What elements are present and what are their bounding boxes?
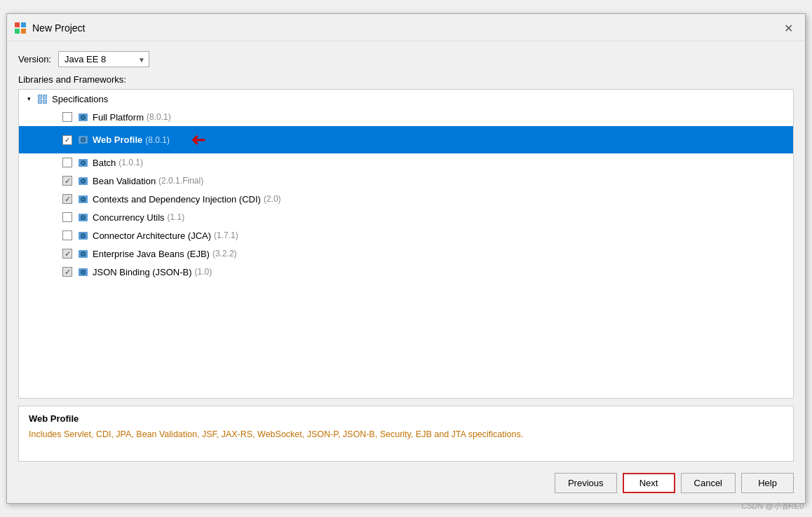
expand-icon: ▾ xyxy=(23,93,34,104)
item-full-platform-version: (8.0.1) xyxy=(147,112,171,122)
checkbox-web-profile[interactable]: ✓ xyxy=(62,135,72,145)
placeholder-icon xyxy=(50,111,61,123)
version-select[interactable]: Java EE 8 Jakarta EE 9 Jakarta EE 10 xyxy=(58,51,149,67)
lib-icon-jca xyxy=(76,230,89,241)
description-area: Web Profile Includes Servlet, CDI, JPA, … xyxy=(18,406,794,462)
checkbox-batch[interactable] xyxy=(62,158,72,167)
description-title: Web Profile xyxy=(29,413,783,424)
item-concurrency-name: Concurrency Utils xyxy=(93,212,165,223)
svg-rect-3 xyxy=(21,29,26,34)
tree-root-specifications[interactable]: ▾ Specifications xyxy=(19,90,793,108)
tree-item-full-platform[interactable]: Full Platform (8.0.1) xyxy=(19,108,793,126)
checkbox-cdi[interactable]: ✓ xyxy=(62,194,72,204)
app-icon xyxy=(14,22,27,34)
tree-container[interactable]: ▾ Specifications xyxy=(18,89,794,399)
checkbox-bean-validation[interactable]: ✓ xyxy=(62,176,72,186)
svg-point-23 xyxy=(81,179,84,182)
checkbox-ejb[interactable]: ✓ xyxy=(62,249,72,258)
placeholder-icon-jca xyxy=(50,230,61,241)
item-cdi-name: Contexts and Dependency Injection (CDI) xyxy=(93,194,261,205)
tree-item-cdi[interactable]: ✓ Contexts and Dependency Injection (CDI… xyxy=(19,190,793,208)
item-batch-version: (1.0.1) xyxy=(119,158,143,167)
placeholder-icon-cu xyxy=(50,212,61,223)
description-text: Includes Servlet, CDI, JPA, Bean Validat… xyxy=(29,428,783,441)
item-web-profile-name: Web Profile xyxy=(93,135,142,145)
tree-item-web-profile[interactable]: ✓ Web Profile (8.0.1) ➜ xyxy=(19,126,793,153)
red-arrow-icon: ➜ xyxy=(191,129,206,151)
lib-icon-concurrency xyxy=(76,212,89,223)
checkbox-concurrency[interactable] xyxy=(62,212,72,222)
lib-icon-full-platform xyxy=(76,111,89,123)
tree-item-ejb[interactable]: ✓ Enterprise Java Beans (EJB) (3.2.2) xyxy=(19,244,793,263)
svg-rect-8 xyxy=(39,95,41,98)
version-label: Version: xyxy=(18,54,51,64)
tree-item-jca[interactable]: Connector Architecture (JCA) (1.7.1) xyxy=(19,226,793,244)
help-button[interactable]: Help xyxy=(741,473,794,493)
item-full-platform-name: Full Platform xyxy=(93,112,144,123)
checkbox-full-platform[interactable] xyxy=(62,112,72,122)
tree-item-bean-validation[interactable]: ✓ Bean Validation (2.0.1.Final) xyxy=(19,172,793,190)
dialog-title: New Project xyxy=(32,22,85,34)
svg-rect-11 xyxy=(43,100,46,103)
cancel-button[interactable]: Cancel xyxy=(681,473,736,493)
svg-point-14 xyxy=(81,116,84,118)
svg-point-32 xyxy=(81,234,84,237)
item-batch-name: Batch xyxy=(93,158,116,168)
version-row: Version: Java EE 8 Jakarta EE 9 Jakarta … xyxy=(18,51,794,67)
item-web-profile-version: (8.0.1) xyxy=(145,135,170,145)
checkbox-jsonb[interactable]: ✓ xyxy=(62,267,72,277)
svg-rect-1 xyxy=(21,22,26,27)
lib-icon-batch xyxy=(76,157,89,168)
title-bar: New Project ✕ xyxy=(7,14,805,41)
svg-point-38 xyxy=(81,270,84,273)
svg-rect-2 xyxy=(15,29,20,34)
item-cdi-version: (2.0) xyxy=(264,194,281,204)
placeholder-icon-bv xyxy=(50,175,61,186)
item-jsonb-version: (1.0) xyxy=(195,267,212,277)
next-button[interactable]: Next xyxy=(623,473,675,493)
svg-point-35 xyxy=(81,252,84,255)
watermark: CSDN @小智RE0 xyxy=(741,501,804,511)
tree-item-batch[interactable]: Batch (1.0.1) xyxy=(19,153,793,172)
placeholder-icon-jsonb xyxy=(50,266,61,277)
lib-icon-jsonb xyxy=(76,266,89,277)
item-concurrency-version: (1.1) xyxy=(168,212,185,222)
button-row: Previous Next Cancel Help xyxy=(18,469,794,496)
previous-button[interactable]: Previous xyxy=(555,473,617,493)
spec-icon xyxy=(36,93,48,104)
content-area: Version: Java EE 8 Jakarta EE 9 Jakarta … xyxy=(7,41,805,503)
item-bean-validation-version: (2.0.1.Final) xyxy=(158,176,203,186)
item-ejb-name: Enterprise Java Beans (EJB) xyxy=(93,249,210,259)
svg-point-26 xyxy=(81,198,84,200)
checkbox-jca[interactable] xyxy=(62,230,72,240)
lib-icon-bean-validation xyxy=(76,175,89,186)
close-button[interactable]: ✕ xyxy=(780,20,797,36)
tree-item-concurrency[interactable]: Concurrency Utils (1.1) xyxy=(19,208,793,226)
new-project-dialog: New Project ✕ Version: Java EE 8 Jakarta… xyxy=(6,13,806,504)
svg-point-20 xyxy=(81,161,84,164)
placeholder-icon-b xyxy=(50,157,61,168)
svg-point-17 xyxy=(81,139,84,142)
svg-rect-9 xyxy=(43,95,46,98)
item-jca-name: Connector Architecture (JCA) xyxy=(93,230,211,241)
title-bar-left: New Project xyxy=(14,22,85,34)
item-jca-version: (1.7.1) xyxy=(214,230,238,240)
lib-icon-cdi xyxy=(76,193,89,205)
version-select-wrapper: Java EE 8 Jakarta EE 9 Jakarta EE 10 ▼ xyxy=(58,51,149,67)
libraries-label: Libraries and Frameworks: xyxy=(18,74,794,85)
placeholder-icon-cdi xyxy=(50,193,61,205)
svg-rect-10 xyxy=(39,100,41,103)
item-jsonb-name: JSON Binding (JSON-B) xyxy=(93,267,192,277)
svg-rect-0 xyxy=(15,22,20,27)
svg-point-29 xyxy=(81,216,84,219)
placeholder-icon-ejb xyxy=(50,248,61,259)
root-label: Specifications xyxy=(52,94,108,104)
lib-icon-ejb xyxy=(76,248,89,259)
placeholder-icon-wp xyxy=(50,135,61,146)
tree-item-jsonb[interactable]: ✓ JSON Binding (JSON-B) (1.0) xyxy=(19,263,793,281)
item-ejb-version: (3.2.2) xyxy=(212,249,237,258)
item-bean-validation-name: Bean Validation xyxy=(93,176,156,186)
lib-icon-web-profile xyxy=(76,135,89,146)
